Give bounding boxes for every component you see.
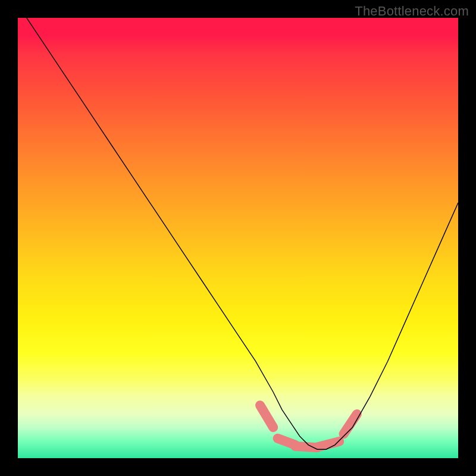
- watermark-text: TheBottleneck.com: [355, 4, 469, 19]
- chart-svg: [18, 18, 458, 458]
- highlight-marker-segment: [344, 414, 357, 434]
- highlight-markers: [260, 405, 357, 447]
- highlight-marker-segment: [260, 405, 273, 427]
- plot-area: [18, 18, 458, 458]
- bottleneck-curve-line: [27, 18, 458, 449]
